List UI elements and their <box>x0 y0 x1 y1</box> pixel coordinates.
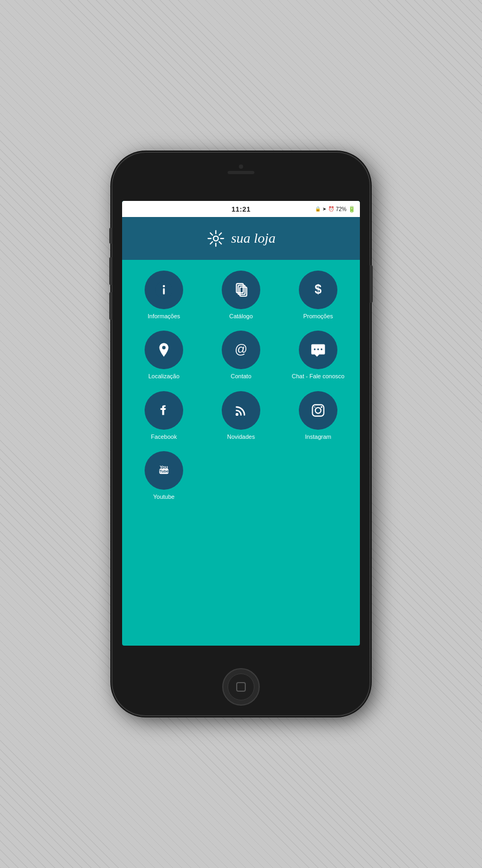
menu-item-facebook[interactable]: Facebook <box>127 391 200 440</box>
camera-area <box>228 164 254 174</box>
home-button-square <box>236 682 246 692</box>
menu-label-facebook: Facebook <box>151 433 177 440</box>
menu-circle-localizacao <box>145 331 183 369</box>
lock-icon: 🔒 <box>315 206 321 212</box>
rss-icon <box>232 401 250 420</box>
menu-circle-chat <box>299 331 337 369</box>
menu-item-youtube[interactable]: You Tube Youtube <box>127 451 200 500</box>
battery-icon: 🔋 <box>348 206 356 213</box>
menu-item-informacoes[interactable]: Informações <box>127 271 200 320</box>
menu-grid: Informações Catálogo $ <box>122 260 360 511</box>
phone-device: 11:21 🔒 ➤ ⏰ 72% 🔋 <box>112 153 370 715</box>
dollar-icon: $ <box>309 281 327 299</box>
svg-point-17 <box>314 349 315 350</box>
app-header: sua loja <box>122 217 360 260</box>
power-button[interactable] <box>370 265 373 303</box>
svg-line-4 <box>210 233 213 235</box>
svg-line-5 <box>220 242 222 244</box>
status-icons: 🔒 ➤ ⏰ 72% 🔋 <box>315 206 356 213</box>
menu-circle-informacoes <box>145 271 183 309</box>
menu-item-localizacao[interactable]: Localização <box>127 331 200 380</box>
menu-circle-catalogo <box>222 271 260 309</box>
menu-item-promocoes[interactable]: $ Promoções <box>282 271 355 320</box>
svg-line-24 <box>314 406 315 407</box>
svg-point-22 <box>315 407 321 413</box>
menu-circle-instagram <box>299 391 337 430</box>
status-time: 11:21 <box>231 205 251 213</box>
battery-level: 72% <box>336 206 347 212</box>
menu-circle-facebook <box>145 391 183 430</box>
home-button-inner <box>228 674 254 700</box>
menu-label-informacoes: Informações <box>148 312 180 320</box>
chat-icon <box>309 341 327 359</box>
menu-label-novidades: Novidades <box>227 433 255 440</box>
svg-rect-10 <box>163 288 164 295</box>
phone-screen: 11:21 🔒 ➤ ⏰ 72% 🔋 <box>122 201 360 646</box>
menu-label-catalogo: Catálogo <box>229 312 253 320</box>
menu-label-contato: Contato <box>231 372 252 380</box>
mute-button[interactable] <box>109 228 112 244</box>
svg-point-19 <box>321 349 322 350</box>
menu-item-catalogo[interactable]: Catálogo <box>205 271 277 320</box>
status-bar: 11:21 🔒 ➤ ⏰ 72% 🔋 <box>122 201 360 217</box>
location-pin-icon <box>155 341 173 359</box>
location-icon: ➤ <box>322 206 327 212</box>
instagram-icon <box>309 401 327 420</box>
volume-up-button[interactable] <box>109 257 112 285</box>
menu-circle-promocoes: $ <box>299 271 337 309</box>
menu-circle-novidades <box>222 391 260 430</box>
menu-label-promocoes: Promoções <box>303 312 333 320</box>
svg-point-8 <box>214 236 219 241</box>
svg-point-11 <box>163 285 165 287</box>
alarm-icon: ⏰ <box>328 206 334 212</box>
menu-label-chat: Chat - Fale conosco <box>292 372 344 380</box>
menu-circle-contato: @ <box>222 331 260 369</box>
youtube-icon: You Tube <box>155 461 173 480</box>
menu-item-contato[interactable]: @ Contato <box>205 331 277 380</box>
menu-item-chat[interactable]: Chat - Fale conosco <box>282 331 355 380</box>
info-icon <box>155 281 173 299</box>
svg-text:$: $ <box>315 282 322 296</box>
svg-text:Tube: Tube <box>159 469 168 474</box>
home-button[interactable] <box>222 668 260 706</box>
svg-point-20 <box>236 413 238 415</box>
app-title: sua loja <box>231 230 275 246</box>
menu-label-localizacao: Localização <box>148 372 179 380</box>
at-icon: @ <box>232 341 250 359</box>
svg-text:@: @ <box>235 343 247 357</box>
menu-circle-youtube: You Tube <box>145 451 183 490</box>
svg-line-7 <box>210 242 213 244</box>
volume-down-button[interactable] <box>109 292 112 320</box>
menu-label-youtube: Youtube <box>153 493 175 500</box>
svg-line-6 <box>220 233 222 235</box>
camera-lens <box>239 164 243 169</box>
sunburst-icon <box>206 229 225 248</box>
svg-point-23 <box>321 406 322 408</box>
facebook-icon <box>155 401 173 420</box>
menu-label-instagram: Instagram <box>305 433 332 440</box>
menu-item-instagram[interactable]: Instagram <box>282 391 355 440</box>
catalog-icon <box>232 281 250 299</box>
speaker-grille <box>228 171 254 174</box>
menu-item-novidades[interactable]: Novidades <box>205 391 277 440</box>
svg-point-18 <box>317 349 319 350</box>
